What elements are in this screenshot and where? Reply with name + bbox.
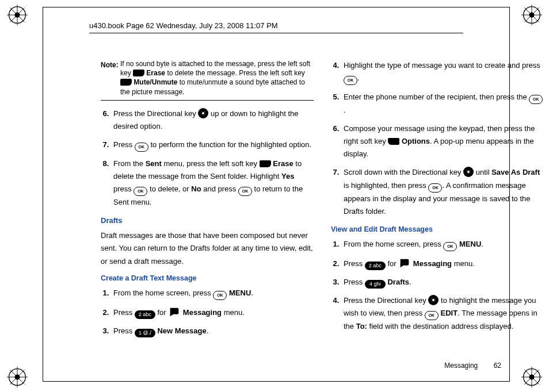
ok-key-icon: OK	[428, 183, 442, 193]
header-rule	[89, 33, 463, 33]
steps-sent-continued: Press the Directional key up or down to …	[111, 107, 314, 209]
note-body: If no sound byte is attached to the mess…	[120, 59, 314, 97]
page-header: u430.book Page 62 Wednesday, July 23, 20…	[89, 21, 278, 30]
steps-create-draft-continued: Highlight the type of message you want t…	[341, 59, 544, 218]
register-mark-icon	[7, 367, 28, 387]
ok-key-icon: OK	[443, 242, 457, 251]
messaging-icon	[398, 257, 411, 270]
register-mark-icon	[521, 5, 542, 25]
key-4-icon: 4 ghi	[365, 280, 386, 289]
list-item: Press OK to perform the function for the…	[111, 139, 314, 152]
directional-key-icon	[463, 167, 474, 177]
left-column: Note: If no sound byte is attached to th…	[101, 59, 314, 343]
page-frame: u430.book Page 62 Wednesday, July 23, 20…	[43, 7, 510, 382]
key-2-icon: 2 abc	[135, 310, 155, 319]
list-item: From the home screen, press OK MENU.	[341, 238, 544, 251]
content-columns: Note: If no sound byte is attached to th…	[101, 59, 544, 343]
directional-key-icon	[198, 108, 208, 118]
register-mark-icon	[7, 5, 28, 25]
ok-key-icon: OK	[213, 291, 227, 300]
list-item: From the Sent menu, press the left soft …	[111, 157, 314, 209]
page-footer: Messaging 62	[444, 362, 501, 370]
list-item: Scroll down with the Directional key unt…	[341, 166, 544, 217]
list-item: Press 2 abc for Messaging menu.	[341, 257, 544, 270]
ok-key-icon: OK	[425, 311, 439, 320]
left-softkey-icon	[260, 160, 271, 167]
messaging-icon	[168, 306, 181, 318]
ok-key-icon: OK	[238, 187, 252, 196]
list-item: From the home screen, press OK MENU.	[111, 287, 314, 300]
right-softkey-icon	[388, 138, 399, 145]
note-block: Note: If no sound byte is attached to th…	[101, 59, 314, 97]
footer-page-number: 62	[494, 362, 501, 370]
steps-create-draft: From the home screen, press OK MENU. Pre…	[111, 287, 314, 337]
list-item: Press 2 abc for Messaging menu.	[111, 306, 314, 319]
key-1-icon: 1 @./	[135, 329, 155, 337]
key-2-icon: 2 abc	[365, 262, 386, 270]
list-item: Compose your message using the keypad, t…	[341, 122, 544, 160]
ok-key-icon: OK	[344, 76, 357, 85]
list-item: Press the Directional key to highlight t…	[341, 294, 544, 333]
heading-create-draft: Create a Draft Text Message	[101, 272, 314, 285]
directional-key-icon	[428, 295, 439, 305]
list-item: Enter the phone number of the recipient,…	[341, 91, 544, 117]
right-column: Highlight the type of message you want t…	[331, 59, 544, 343]
heading-drafts: Drafts	[101, 214, 314, 227]
note-label: Note:	[101, 59, 120, 97]
note-rule	[101, 100, 314, 101]
list-item: Press the Directional key up or down to …	[111, 107, 314, 133]
left-softkey-icon	[133, 70, 144, 76]
list-item: Press 1 @./ New Message.	[111, 325, 314, 337]
list-item: Highlight the type of message you want t…	[341, 59, 544, 85]
register-mark-icon	[521, 367, 542, 387]
ok-key-icon: OK	[134, 187, 147, 196]
left-softkey-icon	[120, 79, 132, 86]
list-item: Press 4 ghi Drafts.	[341, 276, 544, 289]
steps-view-edit: From the home screen, press OK MENU. Pre…	[341, 238, 544, 333]
ok-key-icon: OK	[135, 143, 148, 152]
ok-key-icon: OK	[529, 95, 543, 104]
footer-section: Messaging	[444, 362, 478, 370]
drafts-paragraph: Draft messages are those that have been …	[101, 229, 314, 267]
heading-view-edit: View and Edit Draft Messages	[331, 224, 544, 236]
